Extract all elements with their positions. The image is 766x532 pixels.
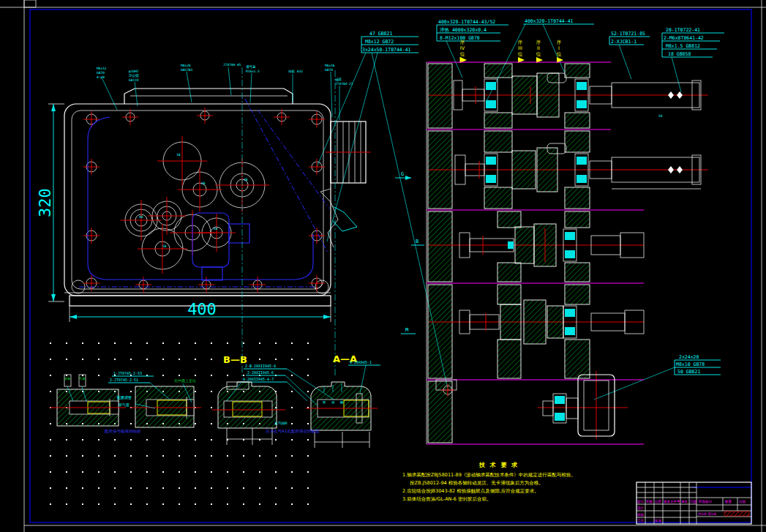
dim-400: 400: [70, 300, 331, 322]
svg-text:47 GB821: 47 GB821: [369, 31, 392, 37]
svg-text:400x320-1T0744-43/52: 400x320-1T0744-43/52: [438, 19, 495, 25]
svg-text:注:A孔与A1孔配作保证同轴度: 注:A孔与A1孔配作保证同轴度: [266, 429, 320, 434]
svg-text:20-1T0722-41: 20-1T0722-41: [666, 27, 700, 33]
svg-text:50: 50: [658, 114, 663, 118]
svg-text:2-B-20XII045-6: 2-B-20XII045-6: [245, 364, 276, 368]
cad-sheet: 47 GB821 M8x12 GB72 3x24x50-1T0744-41 40…: [0, 0, 766, 532]
svg-text:设计: 设计: [637, 506, 645, 510]
svg-text:1.轴承装配按ZBJ58011-89《滚动轴承装配技术条件》: 1.轴承装配按ZBJ58011-89《滚动轴承装配技术条件》中的规定进行装配与检…: [402, 472, 576, 478]
svg-text:比例: 比例: [739, 500, 746, 504]
dim-320: 320: [36, 104, 64, 301]
svg-text:18 GB858: 18 GB858: [668, 51, 691, 57]
title-block: 标记 处数 分区 更改文件号 签名 日期 设计 校核 工艺 批准 阶段标记 数量…: [637, 482, 751, 524]
svg-text:配磨调整: 配磨调整: [117, 395, 132, 400]
cut-letter-marks: G B M: [395, 171, 424, 334]
svg-text:G: G: [401, 171, 404, 177]
svg-text:油塞: 油塞: [64, 377, 72, 381]
svg-text:垫: 垫: [331, 400, 335, 404]
svg-text:技 术 要 求: 技 术 要 求: [478, 462, 519, 468]
svg-text:气塞: 气塞: [78, 377, 86, 381]
svg-text:1B: 1B: [176, 153, 181, 157]
svg-text:B—B: B—B: [223, 354, 247, 365]
svg-text:定位销: 定位销: [129, 73, 139, 78]
shaft-band-4: [429, 300, 644, 344]
sheet-frame: [0, 0, 766, 532]
svg-text:B: B: [416, 239, 418, 244]
svg-text:3B: 3B: [244, 178, 248, 181]
svg-text:M8x10 GB78: M8x10 GB78: [676, 361, 705, 367]
svg-text:淬热 4000x320x0.4: 淬热 4000x320x0.4: [440, 27, 487, 33]
shaft-band-1: 50: [429, 73, 708, 118]
svg-text:5B: 5B: [162, 244, 167, 248]
svg-text:数量: 数量: [725, 500, 732, 503]
svg-text:1-JT0745-2-53: 1-JT0745-2-53: [113, 371, 142, 375]
svg-text:2x24x20: 2x24x20: [679, 354, 699, 360]
svg-text:400: 400: [187, 300, 217, 318]
top-label-4: 52-1T0721-85 2-XJCB1-1: [609, 31, 650, 79]
svg-text:序: 序: [518, 40, 523, 45]
svg-text:阶段标记: 阶段标记: [699, 499, 713, 504]
svg-text:位: 位: [557, 51, 562, 57]
svg-text:端盖: 端盖: [335, 78, 342, 81]
detail-views: 油塞 气塞 1-JT0745-2-53 2-JT0745-2-51 在外圆上定位…: [50, 353, 380, 448]
detail-plug-2: [130, 386, 201, 427]
inner-wall-blue: [79, 99, 329, 287]
plan-tiny-labels: M6x12 GB70 4-φ8 φ10H7 定位销 GB119 M8x20 GB…: [97, 63, 353, 120]
svg-text:批准: 批准: [654, 519, 662, 522]
svg-text:标记: 标记: [637, 499, 645, 504]
svg-text:按ZB.J58012-94 检验各轴转动灵活、无卡滞现象后方: 按ZB.J58012-94 检验各轴转动灵活、无卡滞现象后方为合格。: [410, 480, 544, 486]
svg-text:I: I: [558, 45, 560, 51]
svg-text:50 GB821: 50 GB821: [677, 369, 700, 375]
svg-text:JT0744-45: JT0744-45: [223, 63, 241, 67]
section-view: 50: [395, 62, 708, 444]
svg-text:共5张 第5张: 共5张 第5张: [698, 512, 717, 516]
svg-text:III: III: [518, 45, 522, 51]
shaft-end-label: 2x24x20 M8x10 GB78 50 GB821: [594, 354, 721, 400]
svg-text:φ10H7: φ10H7: [129, 70, 139, 73]
svg-text:工艺: 工艺: [637, 518, 645, 522]
svg-text:直刃倒棱: 直刃倒棱: [274, 421, 288, 426]
svg-text:M6x12: M6x12: [97, 67, 107, 70]
svg-text:处数: 处数: [646, 499, 653, 503]
svg-text:通气塞: 通气塞: [246, 64, 256, 69]
marker-III: 序 III 位: [518, 40, 525, 63]
svg-text:2-XJCB1-1: 2-XJCB1-1: [611, 39, 637, 45]
svg-text:校核: 校核: [637, 513, 645, 517]
svg-text:油标 A32: 油标 A32: [288, 70, 303, 74]
svg-text:2.齿轮啮合按JB3043-82 检验接触斑点及侧隙,应符合: 2.齿轮啮合按JB3043-82 检验接触斑点及侧隙,应符合规定要求。: [402, 488, 539, 494]
svg-text:52-1T0721-85: 52-1T0721-85: [611, 31, 645, 37]
svg-text:M: M: [405, 327, 408, 333]
svg-text:GB70: GB70: [97, 71, 105, 75]
svg-text:2-M6x8T0641-42: 2-M6x8T0641-42: [664, 35, 704, 41]
cad-canvas: 47 GB821 M8x12 GB72 3x24x50-1T0744-41 40…: [0, 0, 766, 532]
svg-text:序: 序: [557, 40, 562, 45]
svg-text:M16x1.5: M16x1.5: [246, 70, 260, 73]
svg-text:分区: 分区: [655, 499, 662, 503]
revision-hatch-cell: [724, 512, 749, 516]
svg-text:3.箱体结合面涂/GL-AN-6 密封胶后合箱。: 3.箱体结合面涂/GL-AN-6 密封胶后合箱。: [402, 496, 492, 502]
svg-text:6B: 6B: [214, 227, 218, 231]
svg-text:2B: 2B: [201, 181, 206, 185]
svg-text:JT0744-21: JT0744-21: [335, 82, 353, 86]
svg-text:4-20XII045-4-7: 4-20XII045-4-7: [243, 377, 274, 381]
shaft-band-3: [429, 224, 644, 266]
svg-text:序: 序: [536, 40, 541, 45]
svg-text:IV: IV: [460, 45, 465, 51]
svg-text:排气塞: 排气塞: [118, 402, 129, 407]
inner-border: [30, 10, 751, 522]
svg-text:位: 位: [536, 51, 541, 57]
svg-text:GB5783: GB5783: [181, 68, 193, 72]
shaft-band-5: [436, 371, 628, 439]
svg-text:M6x16: M6x16: [325, 64, 335, 67]
marker-IV: 序 IV 位: [460, 40, 467, 63]
svg-text:弹: 弹: [323, 400, 326, 404]
svg-text:更改文件号: 更改文件号: [664, 499, 680, 503]
detail-plug-1: [50, 389, 126, 426]
section-AA: A—A 4-20X045-1 弹 垫 圈: [266, 353, 380, 448]
svg-text:GB70: GB70: [325, 68, 333, 72]
svg-text:日期: 日期: [690, 500, 697, 503]
svg-text:配作后与箱体同钻铰: 配作后与箱体同钻铰: [105, 429, 141, 434]
svg-text:2-JT0745-2-51: 2-JT0745-2-51: [110, 378, 138, 382]
svg-text:4-20X045-1: 4-20X045-1: [350, 360, 372, 364]
svg-text:4B: 4B: [139, 215, 143, 219]
